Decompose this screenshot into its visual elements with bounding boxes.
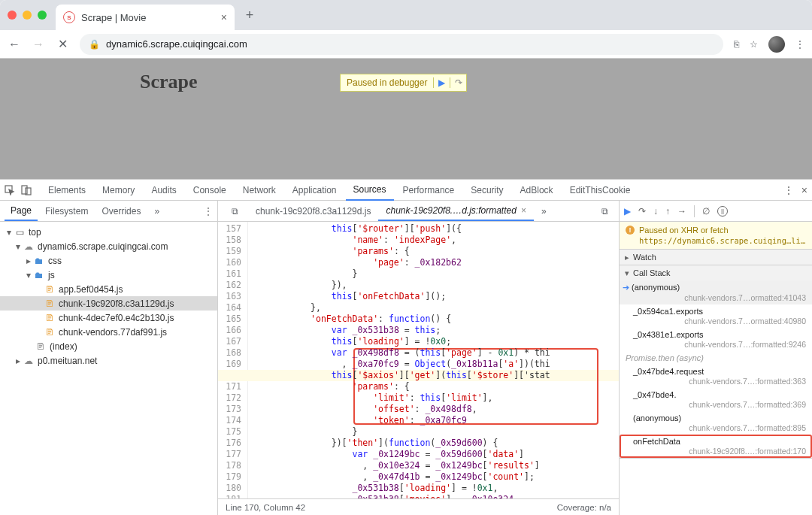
deactivate-breakpoints-button[interactable]: ∅ — [702, 206, 710, 217]
tab-network[interactable]: Network — [235, 180, 283, 201]
tab-application[interactable]: Application — [285, 180, 344, 201]
stack-frame[interactable]: (anonymous)chunk-vendors.7…:formatted:89… — [620, 411, 812, 435]
step-into-button[interactable]: ↓ — [653, 206, 658, 217]
callstack-section: ▾Call Stack (anonymous)chunk-vendors.7…o… — [620, 265, 812, 459]
window-tabbar: S Scrape | Movie × + — [0, 0, 812, 30]
tree-file[interactable]: 🖹app.5ef0d454.js — [0, 282, 217, 296]
back-button[interactable]: ← — [8, 38, 21, 51]
tab-console[interactable]: Console — [186, 180, 234, 201]
devtools-close-icon[interactable]: × — [801, 184, 807, 196]
tab-title: Scrape | Movie — [81, 12, 215, 23]
close-tab-icon[interactable]: × — [221, 11, 227, 23]
file-tab-active[interactable]: chunk-19c920f8.…d.js:formatted× — [378, 201, 533, 221]
tab-filesystem[interactable]: Filesystem — [39, 202, 94, 220]
debugger-pane: ▶ ↷ ↓ ↑ → ∅ || !Paused on XHR or fetch h… — [620, 201, 812, 515]
tree-file-selected[interactable]: 🖹chunk-19c920f8.c3a1129d.js — [0, 296, 217, 311]
tab-security[interactable]: Security — [463, 180, 511, 201]
editor-file-tabs: ⧉ chunk-19c920f8.c3a1129d.js chunk-19c92… — [218, 201, 619, 222]
file-tree[interactable]: ▾▭top ▾☁dynamic6.scrape.cuiqingcai.com ▸… — [0, 222, 217, 515]
tree-domain[interactable]: ▾☁dynamic6.scrape.cuiqingcai.com — [0, 239, 217, 253]
resume-button[interactable]: ▶ — [624, 206, 631, 217]
close-file-icon[interactable]: × — [521, 205, 526, 216]
tree-css[interactable]: ▸🖿css — [0, 253, 217, 268]
pause-exceptions-button[interactable]: || — [717, 206, 728, 217]
address-bar[interactable]: 🔒 dynamic6.scrape.cuiqingcai.com — [80, 34, 723, 55]
stack-async-boundary: Promise.then (async) — [620, 351, 812, 365]
step-over-button[interactable]: ↷ — [638, 206, 646, 217]
tab-audits[interactable]: Audits — [144, 180, 183, 201]
profile-avatar[interactable] — [768, 36, 785, 53]
tab-performance[interactable]: Performance — [395, 180, 462, 201]
stack-frame[interactable]: _0x4381e1.exportschunk-vendors.7…:format… — [620, 328, 812, 351]
bookmark-icon[interactable]: ☆ — [750, 39, 758, 50]
watch-section[interactable]: ▸Watch — [620, 250, 812, 265]
sources-navigator: Page Filesystem Overrides » ⋮ ▾▭top ▾☁dy… — [0, 201, 218, 515]
code-body: this['$router']['push']({ 'name': 'index… — [248, 222, 619, 498]
browser-toolbar: ← → ✕ 🔒 dynamic6.scrape.cuiqingcai.com ⎘… — [0, 30, 812, 59]
tab-overrides[interactable]: Overrides — [95, 202, 147, 220]
tab-sources[interactable]: Sources — [346, 180, 394, 201]
stop-button[interactable]: ✕ — [56, 37, 69, 51]
more-file-tabs-icon[interactable]: » — [534, 201, 554, 221]
editor-toggle-icon[interactable]: ⧉ — [594, 201, 616, 221]
file-nav-button[interactable]: ⧉ — [221, 201, 248, 221]
navigator-tabs: Page Filesystem Overrides » ⋮ — [0, 201, 217, 222]
stack-frame[interactable]: (anonymous)chunk-vendors.7…ormatted:4104… — [620, 280, 812, 304]
translate-icon[interactable]: ⎘ — [734, 39, 739, 50]
new-tab-button[interactable]: + — [239, 5, 260, 26]
favicon-icon: S — [63, 11, 75, 23]
tree-file[interactable]: 🖹chunk-4dec7ef0.e4c2b130.js — [0, 311, 217, 325]
forward-button[interactable]: → — [32, 38, 45, 51]
step-button[interactable]: → — [677, 206, 686, 217]
line-gutter: 157 158 159 160 161 162 163 164 165 166 … — [218, 222, 248, 498]
tab-page[interactable]: Page — [5, 201, 38, 221]
tab-memory[interactable]: Memory — [95, 180, 142, 201]
url-text: dynamic6.scrape.cuiqingcai.com — [106, 38, 247, 50]
code-editor[interactable]: 157 158 159 160 161 162 163 164 165 166 … — [218, 222, 619, 498]
settings-icon[interactable]: ⋮ — [783, 184, 794, 196]
debugger-toolbar: ▶ ↷ ↓ ↑ → ∅ || — [620, 201, 812, 222]
callstack-header[interactable]: ▾Call Stack — [620, 265, 812, 280]
warning-icon: ! — [626, 226, 635, 235]
paused-label: Paused in debugger — [341, 77, 433, 88]
tree-js[interactable]: ▾🖿js — [0, 268, 217, 282]
coverage-status: Coverage: n/a — [557, 503, 611, 512]
tab-adblock[interactable]: AdBlock — [513, 180, 561, 201]
stack-frame[interactable]: _0x47bde4.requestchunk-vendors.7…:format… — [620, 365, 812, 388]
page-content: Scrape Paused in debugger ▶ ↷ — [0, 59, 812, 179]
inspect-icon[interactable] — [5, 185, 18, 195]
code-editor-pane: ⧉ chunk-19c920f8.c3a1129d.js chunk-19c92… — [218, 201, 620, 515]
more-tabs-icon[interactable]: » — [148, 202, 165, 220]
stack-frame[interactable]: _0x47bde4.chunk-vendors.7…:formatted:369 — [620, 388, 812, 411]
editor-status-bar: Line 170, Column 42 Coverage: n/a — [218, 498, 619, 515]
close-window[interactable] — [8, 11, 17, 20]
minimize-window[interactable] — [23, 11, 32, 20]
tree-index[interactable]: 🖹(index) — [0, 339, 217, 353]
traffic-lights — [8, 11, 47, 20]
devtools: ElementsMemoryAuditsConsoleNetworkApplic… — [0, 179, 812, 515]
pause-url: https://dynamic6.scrape.cuiqing…limit=10… — [626, 236, 806, 245]
page-heading: Scrape — [140, 71, 198, 93]
tab-editthiscookie[interactable]: EditThisCookie — [562, 180, 638, 201]
pause-reason: !Paused on XHR or fetch https://dynamic6… — [620, 222, 812, 250]
lock-icon: 🔒 — [89, 39, 100, 50]
tree-ext-domain[interactable]: ▸☁p0.meituan.net — [0, 353, 217, 368]
navigator-menu-icon[interactable]: ⋮ — [204, 206, 213, 217]
file-tab[interactable]: chunk-19c920f8.c3a1129d.js — [248, 201, 378, 221]
resume-overlay-button[interactable]: ▶ — [433, 77, 450, 88]
tree-file[interactable]: 🖹chunk-vendors.77daf991.js — [0, 325, 217, 339]
menu-icon[interactable]: ⋮ — [795, 39, 804, 50]
tree-top[interactable]: ▾▭top — [0, 225, 217, 239]
device-icon[interactable] — [21, 185, 35, 195]
step-out-button[interactable]: ↑ — [665, 206, 670, 217]
tab-elements[interactable]: Elements — [41, 180, 93, 201]
svg-rect-1 — [22, 186, 27, 194]
devtools-tabbar: ElementsMemoryAuditsConsoleNetworkApplic… — [0, 180, 812, 201]
stack-frame[interactable]: _0x594ca1.exportschunk-vendors.7…ormatte… — [620, 304, 812, 328]
step-overlay-button[interactable]: ↷ — [450, 77, 466, 88]
cursor-position: Line 170, Column 42 — [226, 503, 305, 512]
stack-frame[interactable]: onFetchDatachunk-19c920f8.…:formatted:17… — [620, 435, 812, 458]
browser-tab[interactable]: S Scrape | Movie × — [56, 5, 235, 30]
maximize-window[interactable] — [38, 11, 47, 20]
paused-overlay: Paused in debugger ▶ ↷ — [340, 74, 467, 92]
